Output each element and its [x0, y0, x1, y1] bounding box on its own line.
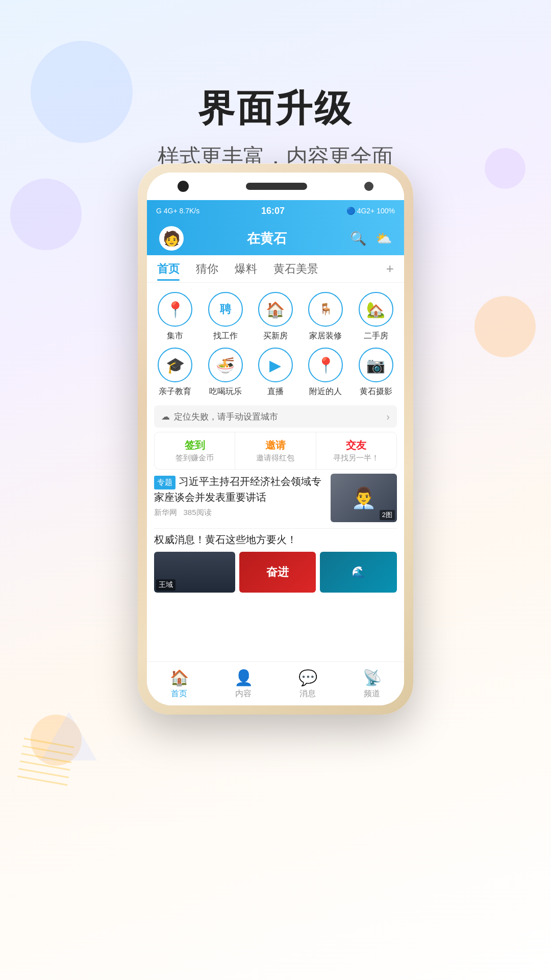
svg-line-4	[472, 364, 537, 381]
invite-sub: 邀请得红包	[240, 453, 310, 463]
status-left: G 4G+ 8.7K/s	[156, 207, 199, 215]
news-card-1-title: 专题习近平主持召开经济社会领域专家座谈会并发表重要讲话	[154, 474, 323, 505]
bg-decoration-2	[10, 179, 82, 250]
invite-title: 邀请	[240, 438, 310, 452]
svg-line-6	[477, 379, 541, 396]
news-meta: 新华网 385阅读	[154, 508, 323, 518]
nav-tabs: 首页 猜你 爆料 黄石美景 +	[147, 255, 404, 283]
app-title: 在黄石	[247, 230, 287, 248]
food-label: 吃喝玩乐	[209, 386, 242, 397]
action-banners: 签到 签到赚金币 邀请 邀请得红包 交友 寻找另一半！	[154, 432, 397, 470]
grid-item-nearby[interactable]: 📍 附近的人	[304, 348, 347, 397]
promo-title: 界面升级	[0, 84, 551, 133]
grid-item-live[interactable]: ▶ 直播	[254, 348, 297, 397]
news-card-2-title: 权威消息！黄石这些地方要火！	[154, 533, 397, 547]
tab-home[interactable]: 首页	[157, 258, 180, 280]
notch-bar	[147, 173, 404, 200]
news-img-person: 王域	[154, 552, 235, 593]
food-icon: 🍜	[208, 348, 243, 382]
message-nav-label: 消息	[299, 689, 316, 699]
live-label: 直播	[267, 386, 284, 397]
secondhand-icon: 🏡	[359, 292, 393, 327]
market-label: 集市	[167, 331, 183, 341]
status-time: 16:07	[261, 206, 285, 216]
news-card-2-images: 王域 奋进 🌊	[154, 552, 397, 593]
news-card-1[interactable]: 专题习近平主持召开经济社会领域专家座谈会并发表重要讲话 新华网 385阅读 👨‍…	[154, 474, 397, 529]
svg-line-11	[18, 769, 68, 777]
svg-line-8	[22, 746, 72, 755]
cloud-icon: ☁	[161, 411, 170, 422]
photo-label: 黄石摄影	[360, 386, 392, 397]
channel-nav-label: 频道	[364, 689, 380, 699]
news-card-1-image: 👨‍💼 2图	[331, 474, 397, 522]
grid-item-market[interactable]: 📍 集市	[153, 292, 197, 341]
svg-line-10	[20, 761, 70, 770]
weather-icon[interactable]: ⛅	[375, 231, 392, 247]
nearby-label: 附近的人	[309, 386, 342, 397]
content-nav-label: 内容	[235, 689, 252, 699]
tab-guess[interactable]: 猜你	[196, 258, 218, 280]
job-label: 找工作	[213, 331, 238, 341]
add-tab-button[interactable]: +	[386, 261, 394, 277]
grid-item-secondhand[interactable]: 🏡 二手房	[354, 292, 398, 341]
grid-item-newhome[interactable]: 🏠 买新房	[254, 292, 297, 341]
checkin-sub: 签到赚金币	[160, 453, 230, 463]
svg-line-7	[24, 739, 74, 747]
news-img-banner: 奋进	[239, 552, 316, 593]
svg-line-12	[17, 776, 67, 785]
friend-banner[interactable]: 交友 寻找另一半！	[316, 432, 396, 469]
grid-item-photo[interactable]: 📷 黄石摄影	[354, 348, 398, 397]
bottom-nav-home[interactable]: 🏠 首页	[147, 669, 211, 699]
tab-scoop[interactable]: 爆料	[235, 258, 257, 280]
bottom-nav-content[interactable]: 👤 内容	[211, 669, 276, 699]
location-text: 定位失败，请手动设置城市	[174, 411, 278, 423]
home-nav-label: 首页	[171, 689, 187, 699]
nearby-icon: 📍	[308, 348, 343, 382]
grid-item-food[interactable]: 🍜 吃喝玩乐	[203, 348, 247, 397]
message-nav-icon: 💬	[298, 669, 317, 687]
location-bar[interactable]: ☁ 定位失败，请手动设置城市 ›	[154, 405, 397, 428]
bottom-nav: 🏠 首页 👤 内容 💬 消息 📡 频道	[147, 662, 404, 705]
furniture-label: 家居装修	[309, 331, 342, 341]
newhome-icon: 🏠	[258, 292, 293, 327]
camera-left	[178, 181, 189, 192]
location-arrow: ›	[386, 411, 390, 423]
user-avatar[interactable]: 🧑	[159, 226, 184, 251]
grid-item-furniture[interactable]: 🪑 家居装修	[304, 292, 347, 341]
news-card-2[interactable]: 权威消息！黄石这些地方要火！ 王域 奋进 🌊	[154, 533, 397, 599]
svg-line-0	[465, 334, 529, 352]
invite-banner[interactable]: 邀请 邀请得红包	[235, 432, 316, 469]
svg-line-9	[21, 753, 71, 762]
grid-item-parenting[interactable]: 🎓 亲子教育	[153, 348, 197, 397]
content-nav-icon: 👤	[234, 669, 253, 687]
grid-item-job[interactable]: 聘 找工作	[203, 292, 247, 341]
bottom-nav-message[interactable]: 💬 消息	[276, 669, 340, 699]
svg-line-5	[474, 371, 539, 388]
signal-icon: G 4G+ 8.7K/s	[156, 207, 199, 215]
svg-line-2	[468, 349, 533, 366]
secondhand-label: 二手房	[364, 331, 388, 341]
photo-icon: 📷	[359, 348, 393, 382]
speaker-grille	[246, 183, 307, 190]
friend-title: 交友	[321, 438, 391, 452]
home-nav-icon: 🏠	[170, 669, 189, 687]
main-content: 📍 集市 聘 找工作 🏠 买新房 🪑 家居装修	[147, 283, 404, 662]
checkin-banner[interactable]: 签到 签到赚金币	[155, 432, 235, 469]
tab-scenery[interactable]: 黄石美景	[273, 258, 318, 280]
phone-screen: G 4G+ 8.7K/s 16:07 🔵 4G2+ 100% 🧑 在黄石 🔍 ⛅…	[147, 173, 404, 705]
news-img-water: 🌊	[320, 552, 397, 593]
search-icon[interactable]: 🔍	[350, 231, 366, 247]
furniture-icon: 🪑	[308, 292, 343, 327]
camera-right	[364, 182, 373, 191]
phone-outer-frame: G 4G+ 8.7K/s 16:07 🔵 4G2+ 100% 🧑 在黄石 🔍 ⛅…	[138, 163, 413, 715]
function-grid: 📍 集市 聘 找工作 🏠 买新房 🪑 家居装修	[147, 283, 404, 402]
battery-status: 🔵 4G2+ 100%	[346, 207, 395, 215]
svg-line-3	[470, 356, 535, 374]
image-count-badge: 2图	[380, 510, 395, 520]
market-icon: 📍	[158, 292, 192, 327]
friend-sub: 寻找另一半！	[321, 453, 391, 463]
bottom-nav-channel[interactable]: 📡 频道	[340, 669, 404, 699]
channel-nav-icon: 📡	[363, 669, 382, 687]
status-bar: G 4G+ 8.7K/s 16:07 🔵 4G2+ 100%	[147, 200, 404, 222]
live-icon: ▶	[258, 348, 293, 382]
